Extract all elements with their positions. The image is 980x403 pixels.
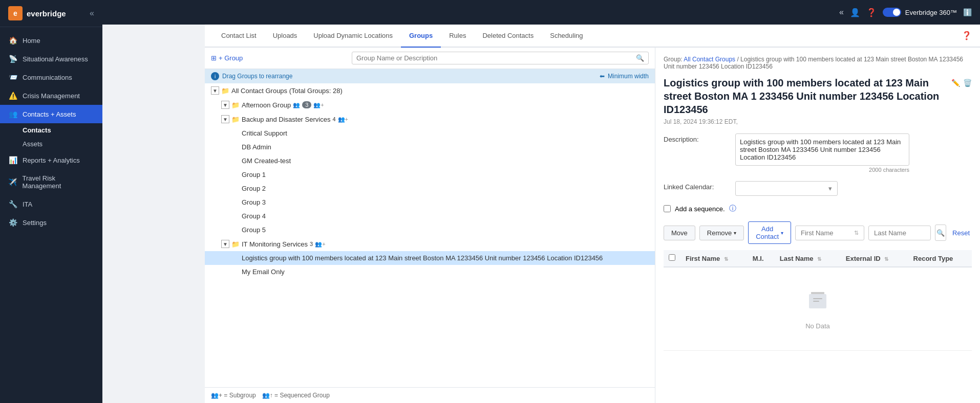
list-item[interactable]: GM Created-test: [205, 154, 655, 168]
list-item[interactable]: Group 2: [205, 182, 655, 195]
table-header-mi: M.I.: [748, 250, 775, 267]
description-label: Description:: [664, 133, 735, 143]
everbridge-toggle[interactable]: Everbridge 360™: [883, 8, 957, 17]
sidebar-logo-area: e everbridge «: [0, 0, 102, 27]
add-group-button[interactable]: ⊞ + Group: [211, 54, 243, 62]
tabs-help-icon[interactable]: ❓: [962, 31, 972, 40]
list-item[interactable]: Group 3: [205, 195, 655, 209]
sequence-info-icon[interactable]: ⓘ: [729, 204, 736, 213]
sidebar-item-crisis-management[interactable]: ⚠️ Crisis Management: [0, 86, 102, 105]
add-contact-label: Add Contact: [756, 225, 779, 240]
sidebar-item-travel-risk[interactable]: ✈️ Travel Risk Management: [0, 169, 102, 195]
table-header-first-name[interactable]: First Name ⇅: [680, 250, 748, 267]
select-all-checkbox[interactable]: [669, 254, 675, 261]
list-item[interactable]: Group 1: [205, 168, 655, 182]
tab-contact-list[interactable]: Contact List: [213, 25, 265, 48]
sidebar-item-assets[interactable]: Assets: [0, 137, 102, 151]
sidebar-item-situational-awareness[interactable]: 📡 Situational Awareness: [0, 50, 102, 68]
sidebar-item-contacts-assets[interactable]: 👥 Contacts + Assets: [0, 105, 102, 123]
travel-icon: ✈️: [8, 178, 17, 186]
list-item[interactable]: Critical Support: [205, 126, 655, 140]
sidebar-item-label: Communications: [23, 74, 72, 81]
group-name: Group 2: [242, 185, 266, 192]
search-contacts-button[interactable]: 🔍: [935, 225, 946, 241]
group-search-input[interactable]: [356, 54, 636, 62]
linked-calendar-select[interactable]: ▾: [735, 181, 838, 196]
tabs-bar: Contact List Uploads Upload Dynamic Loca…: [205, 25, 980, 48]
tab-rules[interactable]: Rules: [441, 25, 474, 48]
svg-rect-2: [813, 298, 822, 299]
sidebar-collapse-button[interactable]: «: [90, 9, 94, 18]
table-header-external-id[interactable]: External ID ⇅: [841, 250, 908, 267]
all-contact-groups-item[interactable]: ▼ 📁 All Contact Groups (Total Groups: 28…: [205, 83, 655, 98]
delete-group-button[interactable]: 🗑️: [963, 78, 972, 87]
linked-calendar-label: Linked Calendar:: [664, 181, 735, 191]
top-header: « 👤 ❓ Everbridge 360™ ℹ️: [102, 0, 980, 25]
remove-button[interactable]: Remove ▾: [699, 226, 744, 240]
tab-deleted-contacts[interactable]: Deleted Contacts: [474, 25, 542, 48]
description-value: Logistics group with 100 members located…: [735, 133, 972, 173]
sequenced-icon: 👥+: [315, 241, 325, 248]
sidebar-sub-label: Assets: [23, 140, 42, 148]
list-item[interactable]: ▼ 📁 Backup and Disaster Services 4 👥+: [205, 112, 655, 126]
list-item[interactable]: Logistics group with 100 members located…: [205, 251, 655, 265]
no-data-icon: [805, 288, 830, 318]
remove-chevron-icon: ▾: [734, 230, 736, 236]
svg-rect-3: [813, 301, 819, 302]
tab-scheduling[interactable]: Scheduling: [542, 25, 591, 48]
sidebar-item-home[interactable]: 🏠 Home: [0, 31, 102, 50]
add-group-icon: ⊞: [211, 54, 217, 62]
list-item[interactable]: ▼ 📁 Afternoon Group 👥 3 👥+: [205, 98, 655, 112]
table-header: First Name ⇅ M.I. Last Name ⇅ External I…: [664, 250, 972, 267]
last-name-input[interactable]: [874, 229, 925, 237]
group-name: Logistics group with 100 members located…: [242, 254, 603, 262]
sidebar-item-settings[interactable]: ⚙️ Settings: [0, 213, 102, 232]
subgroup-label: = Subgroup: [224, 392, 255, 399]
list-item[interactable]: My Email Only: [205, 265, 655, 279]
group-name: Backup and Disaster Services: [242, 116, 330, 123]
first-name-field[interactable]: ⇅: [795, 226, 864, 240]
mi-header-label: M.I.: [753, 255, 764, 262]
toggle-switch[interactable]: [883, 8, 901, 17]
breadcrumb-all-groups-link[interactable]: All Contact Groups: [684, 56, 735, 63]
sequence-checkbox[interactable]: [664, 205, 671, 212]
settings-icon: ⚙️: [8, 218, 17, 227]
expand-icon[interactable]: ▼: [221, 240, 229, 248]
expand-icon[interactable]: ▼: [211, 86, 219, 95]
last-name-sort-icon: ⇅: [817, 256, 821, 262]
user-icon[interactable]: 👤: [850, 8, 860, 17]
sidebar-item-ita[interactable]: 🔧 ITA: [0, 195, 102, 213]
sidebar-item-communications[interactable]: 📨 Communications: [0, 68, 102, 86]
sequenced-legend: 👥↑ = Sequenced Group: [262, 392, 330, 399]
table-header-last-name[interactable]: Last Name ⇅: [775, 250, 841, 267]
first-name-sort-icon: ⇅: [724, 256, 728, 262]
collapse-icon[interactable]: «: [839, 8, 844, 17]
first-name-input[interactable]: [801, 229, 852, 237]
tab-uploads[interactable]: Uploads: [265, 25, 306, 48]
folder-icon: 📁: [231, 101, 240, 109]
list-item[interactable]: ▼ 📁 IT Monitoring Services 3 👥+: [205, 237, 655, 251]
sidebar-item-reports-analytics[interactable]: 📊 Reports + Analytics: [0, 151, 102, 169]
header-info-icon[interactable]: ℹ️: [963, 8, 972, 16]
move-button[interactable]: Move: [664, 226, 695, 240]
add-contact-button[interactable]: Add Contact ▾: [748, 221, 791, 244]
help-icon[interactable]: ❓: [866, 8, 877, 17]
sidebar-item-contacts[interactable]: Contacts: [0, 123, 102, 137]
groups-list: ▼ 📁 All Contact Groups (Total Groups: 28…: [205, 83, 655, 387]
edit-group-button[interactable]: ✏️: [951, 78, 960, 87]
group-search-icon[interactable]: 🔍: [636, 54, 644, 62]
list-item[interactable]: DB Admin: [205, 140, 655, 154]
last-name-field[interactable]: [868, 226, 931, 240]
list-item[interactable]: Group 5: [205, 223, 655, 237]
folder-icon: 📁: [231, 240, 240, 248]
reset-button[interactable]: Reset: [950, 226, 972, 240]
sidebar-item-label: Situational Awareness: [23, 55, 88, 63]
search-contacts-icon: 🔍: [936, 229, 945, 237]
group-name: IT Monitoring Services: [242, 240, 308, 248]
tab-upload-dynamic-locations[interactable]: Upload Dynamic Locations: [305, 25, 401, 48]
expand-icon[interactable]: ▼: [221, 115, 229, 123]
sidebar-item-label: Home: [23, 37, 40, 44]
tab-groups[interactable]: Groups: [401, 25, 441, 48]
expand-icon[interactable]: ▼: [221, 101, 229, 109]
list-item[interactable]: Group 4: [205, 209, 655, 223]
